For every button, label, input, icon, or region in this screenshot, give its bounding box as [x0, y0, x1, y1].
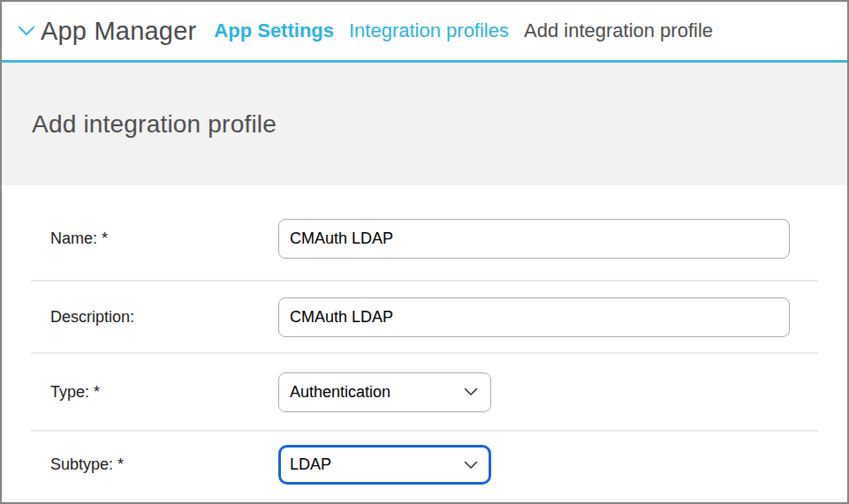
type-label: Type: * [2, 383, 278, 402]
chevron-down-icon [464, 387, 478, 396]
name-input[interactable] [278, 219, 790, 259]
name-label: Name: * [2, 229, 278, 248]
subtype-label: Subtype: * [2, 455, 278, 474]
breadcrumb-current-page: Add integration profile [524, 19, 713, 42]
app-title: App Manager [41, 17, 196, 46]
add-integration-profile-form: Name: * Description: Type: * Authenticat… [2, 185, 847, 498]
subtype-select-value: LDAP [290, 455, 331, 474]
breadcrumb-app-settings[interactable]: App Settings [214, 19, 334, 42]
page-title: Add integration profile [32, 110, 277, 139]
type-select-value: Authentication [290, 383, 390, 402]
type-select[interactable]: Authentication [278, 372, 491, 412]
breadcrumb-integration-profiles[interactable]: Integration profiles [349, 19, 509, 42]
app-window: App Manager App Settings Integration pro… [0, 0, 849, 504]
form-row-type: Type: * Authentication [2, 354, 847, 430]
description-input[interactable] [278, 297, 790, 337]
header-bar: App Manager App Settings Integration pro… [2, 2, 847, 63]
description-label: Description: [2, 308, 278, 327]
form-row-description: Description: [2, 282, 847, 352]
form-row-subtype: Subtype: * LDAP [2, 432, 847, 498]
chevron-down-icon [18, 25, 35, 37]
page-title-band: Add integration profile [2, 63, 847, 185]
chevron-down-icon [464, 461, 478, 470]
subtype-select[interactable]: LDAP [278, 445, 491, 485]
form-row-name: Name: * [2, 185, 847, 280]
app-menu-expander[interactable] [18, 25, 35, 37]
